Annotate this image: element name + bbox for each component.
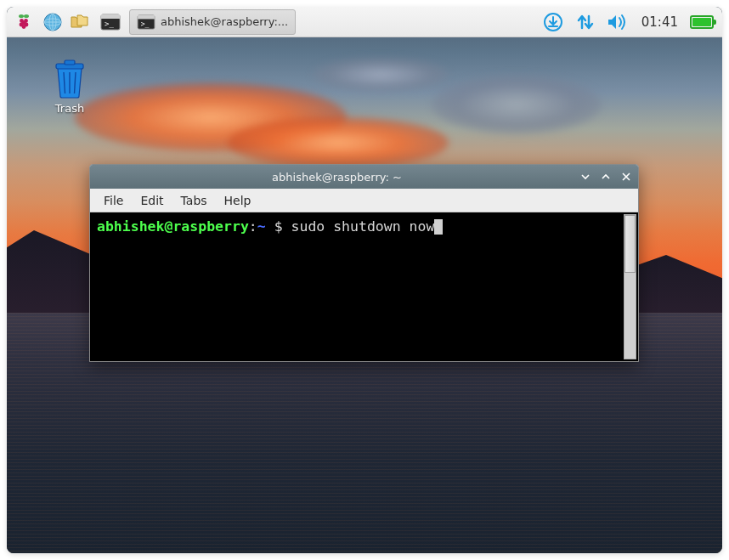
svg-text:>_: >_ (141, 19, 150, 27)
terminal-launcher-button[interactable]: >_ (97, 9, 124, 35)
svg-point-7 (22, 25, 26, 29)
raspberry-icon (14, 12, 34, 32)
web-browser-button[interactable] (39, 9, 66, 35)
svg-point-1 (24, 14, 29, 17)
chevron-up-icon (601, 172, 611, 182)
folders-icon (71, 13, 93, 31)
volume-icon (607, 12, 629, 32)
terminal-scrollbar[interactable] (624, 214, 636, 359)
trash-desktop-icon[interactable]: Trash (41, 58, 99, 115)
cursor-icon (434, 219, 443, 235)
battery-tray-button[interactable] (690, 10, 714, 34)
prompt-at: @ (164, 218, 172, 235)
window-titlebar[interactable]: abhishek@raspberry: ~ (90, 165, 638, 189)
close-icon (621, 172, 631, 182)
download-icon (543, 12, 563, 32)
chevron-down-icon (580, 172, 591, 182)
task-item-label: abhishek@raspberry:... (161, 15, 288, 28)
prompt-path: ~ (257, 218, 266, 235)
prompt-symbol: $ (266, 218, 291, 235)
network-tray-button[interactable] (574, 10, 597, 34)
menu-edit[interactable]: Edit (132, 190, 172, 211)
maximize-button[interactable] (599, 170, 613, 184)
terminal-window: abhishek@raspberry: ~ File Edit Tabs Hel… (89, 164, 639, 362)
prompt-host: raspberry (172, 218, 248, 235)
file-manager-button[interactable] (68, 9, 95, 35)
terminal-icon: >_ (100, 14, 121, 31)
menubar: File Edit Tabs Help (90, 189, 638, 212)
downloads-tray-button[interactable] (541, 10, 565, 34)
menu-tabs[interactable]: Tabs (172, 190, 216, 211)
trash-icon (51, 58, 88, 99)
terminal-icon: >_ (137, 14, 155, 30)
scrollbar-thumb[interactable] (624, 215, 636, 273)
menu-file[interactable]: File (95, 190, 132, 211)
terminal-line: abhishek@raspberry:~ $ sudo shutdown now (97, 218, 631, 236)
prompt-user: abhishek (97, 218, 164, 235)
network-updown-icon (575, 12, 596, 32)
taskbar: >_ >_ abhishek@raspberry:... (7, 7, 722, 37)
prompt-colon: : (249, 218, 257, 235)
battery-icon (690, 15, 714, 29)
window-title: abhishek@raspberry: ~ (95, 171, 579, 184)
minimize-button[interactable] (579, 170, 592, 184)
menu-help[interactable]: Help (216, 190, 260, 211)
close-button[interactable] (619, 170, 633, 184)
trash-label: Trash (55, 102, 84, 115)
menu-button[interactable] (10, 9, 37, 35)
taskbar-window-button[interactable]: >_ abhishek@raspberry:... (129, 9, 296, 35)
svg-rect-14 (101, 14, 120, 19)
volume-tray-button[interactable] (606, 10, 630, 34)
terminal-body[interactable]: abhishek@raspberry:~ $ sudo shutdown now (90, 212, 638, 361)
svg-point-0 (19, 14, 24, 17)
globe-icon (42, 12, 63, 32)
command-text: sudo shutdown now (291, 218, 435, 235)
svg-rect-21 (65, 60, 75, 65)
clock[interactable]: 01:41 (638, 14, 681, 30)
svg-text:>_: >_ (105, 20, 114, 28)
